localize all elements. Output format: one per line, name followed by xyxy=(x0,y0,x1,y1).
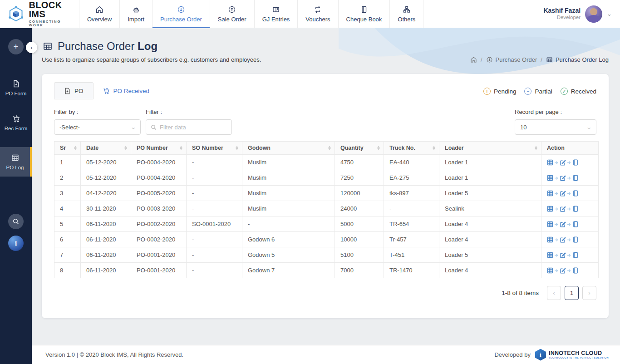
app-shortcut-button[interactable]: i xyxy=(8,236,24,251)
filter-by-label: Filter by : xyxy=(54,108,141,115)
next-page-button[interactable]: › xyxy=(582,286,596,300)
view-grid-action-icon[interactable] xyxy=(547,175,553,181)
records-per-page-select[interactable]: 10 ⌄ xyxy=(515,119,596,135)
legend-received: ✓ Received xyxy=(561,88,596,95)
view-grid-action-icon[interactable] xyxy=(547,267,553,274)
breadcrumb-home[interactable] xyxy=(470,56,477,63)
main-area: Purchase Order Log Use lists to organize… xyxy=(32,28,620,364)
breadcrumb: / Purchase Order / Purchase Order Log xyxy=(470,56,609,63)
page-1-button[interactable]: 1 xyxy=(565,286,579,300)
edit-action-icon[interactable] xyxy=(560,267,566,274)
sidebar-item-rec-form[interactable]: Rec Form xyxy=(0,108,32,137)
col-date[interactable]: Date xyxy=(81,142,131,155)
chevron-down-icon: ⌄ xyxy=(130,124,136,130)
cell-godown: Muslim xyxy=(242,186,335,201)
col-so-number[interactable]: SO Number xyxy=(187,142,242,155)
nav-gj-entries[interactable]: GJ Entries xyxy=(254,0,298,28)
cell-godown: Godown 7 xyxy=(242,263,335,278)
edit-action-icon[interactable] xyxy=(560,221,566,227)
footer: Version 1.0 | © 2020 Block IMS, All Righ… xyxy=(32,345,620,364)
col-truck-no[interactable]: Truck No. xyxy=(384,142,439,155)
view-grid-action-icon[interactable] xyxy=(547,221,553,227)
breadcrumb-purchase-order[interactable]: Purchase Order xyxy=(486,56,537,63)
cell-quantity: 10000 xyxy=(335,232,384,247)
book-open-icon xyxy=(272,5,280,14)
view-grid-action-icon[interactable] xyxy=(547,236,553,243)
tab-po-received[interactable]: PO Received xyxy=(93,82,159,99)
user-role: Developer xyxy=(557,15,581,21)
edit-action-icon[interactable] xyxy=(560,252,566,258)
receipt-book-action-icon[interactable] xyxy=(572,267,579,274)
receipt-book-action-icon[interactable] xyxy=(572,206,579,212)
prev-page-button[interactable]: ‹ xyxy=(547,286,561,300)
cell-sr: 6 xyxy=(54,232,81,247)
filter-by-select[interactable]: -Select- ⌄ xyxy=(54,119,141,135)
cell-loader: Loader 1 xyxy=(439,170,541,186)
table-icon xyxy=(43,41,53,51)
view-grid-action-icon[interactable] xyxy=(547,190,553,197)
sidebar-collapse-toggle[interactable]: ‹ xyxy=(26,42,37,53)
cell-actions xyxy=(541,263,599,278)
nav-others[interactable]: Others xyxy=(389,0,423,28)
edit-action-icon[interactable] xyxy=(560,175,566,181)
receipt-book-action-icon[interactable] xyxy=(572,252,579,258)
tab-po[interactable]: PO xyxy=(54,82,93,99)
nav-sale-order[interactable]: Sale Order xyxy=(210,0,254,28)
nav-purchase-order[interactable]: Purchase Order xyxy=(152,0,210,28)
nav-vouchers[interactable]: Vouchers xyxy=(297,0,338,28)
view-grid-action-icon[interactable] xyxy=(547,206,553,212)
arrow-right-icon xyxy=(554,176,559,180)
col-godown[interactable]: Godown xyxy=(242,142,335,155)
innotech-brand-tagline: TECHNOLOGY IS THE PERFECT SOLUTION xyxy=(549,357,609,359)
nav-import[interactable]: Import xyxy=(119,0,152,28)
nav-overview[interactable]: Overview xyxy=(79,0,119,28)
nav-cheque-book[interactable]: Cheque Book xyxy=(338,0,390,28)
col-po-number[interactable]: PO Number xyxy=(131,142,187,155)
edit-action-icon[interactable] xyxy=(560,236,566,243)
top-header: BLOCK IMS CONNECTING WORK Overview Impor… xyxy=(0,0,620,28)
innotech-cloud-logo[interactable]: i INNOTECH CLOUD TECHNOLOGY IS THE PERFE… xyxy=(535,349,609,361)
repeat-icon xyxy=(314,5,322,14)
col-loader[interactable]: Loader xyxy=(439,142,541,155)
cell-actions xyxy=(541,216,599,232)
add-button[interactable]: + xyxy=(8,39,24,54)
cell-loader: Loader 4 xyxy=(439,216,541,232)
cell-quantity: 5100 xyxy=(335,247,384,263)
search-icon xyxy=(151,124,157,130)
view-grid-action-icon[interactable] xyxy=(547,252,553,258)
receipt-book-action-icon[interactable] xyxy=(572,236,579,243)
receipt-book-action-icon[interactable] xyxy=(572,190,579,197)
search-button[interactable] xyxy=(8,214,24,229)
receipt-book-action-icon[interactable] xyxy=(572,175,579,181)
cube-i-icon: i xyxy=(15,240,17,247)
sidebar-item-po-log[interactable]: PO Log xyxy=(0,147,32,177)
chevron-down-icon: ⌄ xyxy=(586,124,592,130)
table-row: 606-11-2020PO-0002-2020-Godown 610000Tr-… xyxy=(54,232,599,247)
cell-sr: 8 xyxy=(54,263,81,278)
cell-po-number: PO-0005-2020 xyxy=(131,186,187,201)
cart-plus-icon xyxy=(103,88,110,94)
receipt-book-action-icon[interactable] xyxy=(572,221,579,227)
view-grid-action-icon[interactable] xyxy=(547,159,553,166)
edit-action-icon[interactable] xyxy=(560,206,566,212)
cell-so-number: SO-0001-2020 xyxy=(187,216,242,232)
table-header-row: Sr Date PO Number SO Number Godown Quant… xyxy=(54,142,599,155)
cell-quantity: 120000 xyxy=(335,186,384,201)
edit-action-icon[interactable] xyxy=(560,159,566,166)
avatar[interactable] xyxy=(585,5,602,23)
cell-date: 06-11-2020 xyxy=(81,232,131,247)
sidebar-item-po-form[interactable]: PO Form xyxy=(0,74,32,102)
edit-action-icon[interactable] xyxy=(560,190,566,197)
notebook-icon xyxy=(360,5,368,14)
cell-truck-no: TR-654 xyxy=(384,216,439,232)
arrow-right-icon xyxy=(554,207,559,211)
col-sr[interactable]: Sr xyxy=(54,142,81,155)
arrow-down-circle-icon xyxy=(486,56,493,63)
filter-input[interactable] xyxy=(160,124,227,131)
user-menu[interactable]: Kashif Fazal Developer ⌄ xyxy=(543,0,620,28)
receipt-book-action-icon[interactable] xyxy=(572,159,579,166)
brand-logo[interactable]: BLOCK IMS CONNECTING WORK xyxy=(0,0,79,28)
col-quantity[interactable]: Quantity xyxy=(335,142,384,155)
cell-so-number: - xyxy=(187,247,242,263)
cell-godown: - xyxy=(242,216,335,232)
